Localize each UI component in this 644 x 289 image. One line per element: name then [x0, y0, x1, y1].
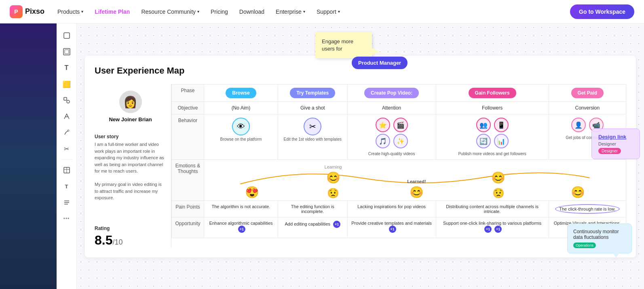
- phase-create: Create Pop Video:: [347, 84, 436, 102]
- ux-table-container: Phase Browse Try Templates Create Pop Vi…: [171, 84, 626, 248]
- opp-2: Provide creative templates and materials…: [347, 217, 436, 238]
- tool-separator: [61, 159, 72, 160]
- select-tool[interactable]: [59, 28, 74, 43]
- behavior-label: Behavior: [172, 114, 204, 160]
- avatar: 👩: [119, 91, 142, 113]
- chevron-down-icon: ▾: [81, 9, 83, 14]
- logo[interactable]: P Pixso: [10, 5, 44, 18]
- obj-4: Conversion: [549, 102, 626, 114]
- behavior-2: ⭐ 🎬 🎵 ✨ Create high-quality videos: [347, 114, 436, 160]
- phase-row: Phase Browse Try Templates Create Pop Vi…: [172, 84, 626, 102]
- plus-badge-2[interactable]: +1: [389, 226, 396, 233]
- pain-points-row: Pain Points The algorithm is not accurat…: [172, 201, 626, 217]
- nav-pricing[interactable]: Pricing: [211, 8, 228, 15]
- rating-value: 8.5/10: [95, 233, 166, 248]
- more-tools-button[interactable]: •••: [59, 211, 74, 226]
- go-to-workspace-button[interactable]: Go to Workspace: [570, 4, 634, 19]
- chevron-down-icon: ▾: [303, 9, 305, 14]
- left-decoration: [0, 23, 57, 289]
- pain-1: The editing function is incomplete.: [278, 201, 347, 217]
- pain-0: The algorithm is not accurate.: [204, 201, 278, 217]
- profile-section: 👩 New Joiner Brian: [95, 84, 166, 129]
- plus-badge-1[interactable]: +1: [333, 221, 340, 228]
- pain-4: The click-through rate is low.: [549, 201, 626, 217]
- list-tool[interactable]: [59, 195, 74, 210]
- tool-panel: T 🟨 ✂ T •••: [57, 23, 77, 289]
- svg-rect-3: [64, 97, 67, 100]
- nav-download[interactable]: Download: [239, 8, 264, 15]
- phase-try: Try Templates: [278, 84, 347, 102]
- nav-resource-community[interactable]: Resource Community ▾: [141, 8, 199, 15]
- sticky-note-engage[interactable]: Engage more users for: [315, 32, 372, 58]
- behavior-1: ✂ Edit the 1st video with templates: [278, 114, 347, 160]
- plus-badge-0[interactable]: +1: [238, 226, 245, 233]
- logo-text: Pixso: [25, 7, 44, 16]
- frame-tool[interactable]: [59, 44, 74, 59]
- ux-map: User Experience Map Design link Designer…: [85, 56, 636, 257]
- chevron-down-icon: ▾: [338, 9, 340, 14]
- behavior-0: 👁 Browse on the platform: [204, 114, 278, 160]
- design-link-text[interactable]: Design link: [598, 134, 633, 140]
- plus-badge-3[interactable]: +1: [484, 226, 492, 233]
- table-tool[interactable]: [59, 163, 74, 177]
- emotions-content: 😍 Learning 😊 😟 Learned!: [204, 160, 626, 201]
- nav-links: Products ▾ Lifetime Plan Resource Commun…: [57, 8, 570, 15]
- opp-3: Support one-click link-sharing to variou…: [436, 217, 549, 238]
- emotion-3: 😊 😟: [491, 171, 505, 199]
- page-wrap: T 🟨 ✂ T ••• Engage more users for Produc…: [0, 0, 644, 289]
- plus-badge-3b[interactable]: +1: [494, 226, 502, 233]
- product-manager-badge[interactable]: Product Manager: [352, 57, 408, 69]
- ops-badge: Operations: [573, 243, 596, 248]
- pain-2: Lacking inspirations for pop videos: [347, 201, 436, 217]
- emotion-0: 😍: [245, 186, 259, 199]
- pain-4-highlight: The click-through rate is low.: [555, 204, 619, 214]
- emotion-2: Learned! 😊: [407, 179, 426, 199]
- chevron-down-icon: ▾: [197, 9, 199, 14]
- nav-products[interactable]: Products ▾: [57, 8, 83, 15]
- phase-paid: Get Paid: [549, 84, 626, 102]
- profile-column: 👩 New Joiner Brian User story I am a ful…: [95, 84, 171, 248]
- monitor-overlay: Continuously monitor data fluctuations O…: [567, 224, 632, 253]
- opportunity-label: Opportunity: [172, 217, 204, 238]
- svg-point-5: [68, 130, 69, 131]
- story-text: I am a full-time worker and video work p…: [95, 141, 166, 201]
- ux-table: Phase Browse Try Templates Create Pop Vi…: [171, 84, 626, 238]
- obj-2: Attention: [347, 102, 436, 114]
- monitor-text: Continuously monitor data fluctuations: [573, 229, 626, 240]
- objective-label: Objective: [172, 102, 204, 114]
- phase-gain: Gain Followers: [436, 84, 549, 102]
- sticky-tool[interactable]: 🟨: [59, 77, 74, 91]
- profile-name: New Joiner Brian: [98, 116, 163, 122]
- obj-1: Give a shot: [278, 102, 347, 114]
- brush-tool[interactable]: [59, 125, 74, 140]
- pen-tool[interactable]: [59, 109, 74, 124]
- nav-support[interactable]: Support ▾: [317, 8, 340, 15]
- nav-lifetime-plan[interactable]: Lifetime Plan: [95, 8, 130, 15]
- nav-enterprise[interactable]: Enterprise ▾: [276, 8, 305, 15]
- opp-1: Add editing capabilities +1: [278, 217, 347, 238]
- designer-badge: Designer: [598, 148, 621, 154]
- rating-section: Rating 8.5/10: [95, 226, 166, 248]
- behavior-3: 👥 📱 🔄 📊 Publish more videos and get foll…: [436, 114, 549, 160]
- emotion-1: Learning 😊 😟: [325, 165, 342, 199]
- navbar: P Pixso Products ▾ Lifetime Plan Resourc…: [0, 0, 644, 23]
- svg-rect-0: [64, 33, 70, 38]
- canvas-area[interactable]: Engage more users for Product Manager Us…: [77, 23, 644, 289]
- obj-3: Followers: [436, 102, 549, 114]
- story-label: User story: [95, 134, 166, 139]
- phase-browse: Browse: [204, 84, 278, 102]
- svg-rect-1: [63, 49, 70, 55]
- cut-tool[interactable]: ✂: [59, 141, 74, 156]
- obj-0: (No Aim): [204, 102, 278, 114]
- pain-points-label: Pain Points: [172, 201, 204, 217]
- emotions-label: Emotions & Thoughts: [172, 160, 204, 201]
- text-tool[interactable]: T: [59, 61, 74, 75]
- template-tool[interactable]: T: [59, 179, 74, 194]
- objective-row: Objective (No Aim) Give a shot Attention…: [172, 102, 626, 114]
- svg-point-4: [67, 100, 70, 103]
- logo-icon: P: [10, 5, 23, 18]
- shape-tool[interactable]: [59, 93, 74, 108]
- rating-label: Rating: [95, 226, 166, 231]
- emotion-4: 😊: [571, 186, 585, 199]
- pain-3: Distributing content across multiple cha…: [436, 201, 549, 217]
